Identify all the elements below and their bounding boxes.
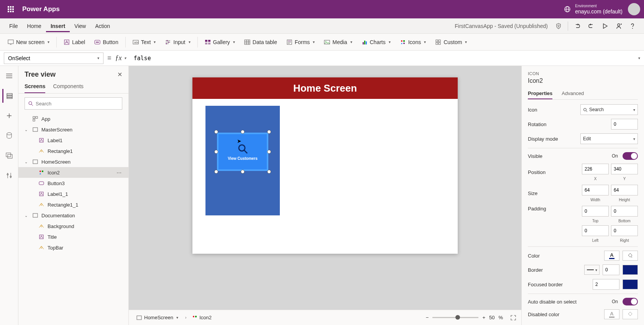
chevron-down-icon[interactable]: ⌄ [25,213,29,218]
button-button[interactable]: Button [90,37,122,48]
custom-button[interactable]: Custom▾ [431,37,471,48]
property-selector[interactable]: OnSelect ▾ [4,53,104,64]
chevron-down-icon[interactable]: ⌄ [25,128,29,132]
tree-search[interactable] [25,97,122,110]
border-color-picker[interactable] [623,265,638,275]
play-icon[interactable] [598,19,612,33]
input-button[interactable]: Input▾ [161,37,194,48]
tab-screens[interactable]: Screens [25,80,45,93]
menu-action[interactable]: Action [90,20,115,32]
tree-homescreen[interactable]: ⌄HomeScreen [18,156,128,167]
autodisable-value: On [612,299,618,304]
padding-left-input[interactable] [582,225,609,236]
menu-file[interactable]: File [5,20,23,32]
tree-background[interactable]: Background [18,221,128,231]
tab-properties[interactable]: Properties [528,88,552,99]
zoom-out-icon[interactable]: − [426,315,429,320]
autodisable-toggle[interactable] [623,298,638,305]
tree-icon2[interactable]: Icon2⋯ [18,167,128,178]
height-input[interactable] [611,185,638,195]
tree-view-icon[interactable] [2,89,16,103]
chevron-down-icon[interactable]: ⌄ [25,160,29,164]
tree-label1-1[interactable]: Label1_1 [18,189,128,199]
icon2-selected[interactable]: View Customers ➤ [217,133,268,171]
zoom-in-icon[interactable]: + [482,315,485,320]
data-icon[interactable] [2,129,16,143]
displaymode-select[interactable]: Edit▾ [580,133,638,144]
fill-picker[interactable] [623,251,638,261]
padding-right-input[interactable] [611,225,638,236]
tree-app[interactable]: App [18,113,128,124]
svg-point-72 [39,171,41,172]
padding-bottom-input[interactable] [611,206,638,217]
advanced-tools-icon[interactable] [2,169,16,182]
disabledfill-picker[interactable] [623,309,638,319]
color-picker[interactable]: A [604,251,619,261]
formula-input[interactable] [130,53,634,64]
tree-item-label: Rectangle1_1 [48,202,78,208]
breadcrumb-icon2[interactable]: Icon2 [190,314,214,321]
tree-search-input[interactable] [36,101,119,107]
tree-button3[interactable]: Button3 [18,178,128,189]
position-x-input[interactable] [582,164,609,174]
tree-title[interactable]: Title [18,231,128,242]
focusedborder-input[interactable] [593,279,619,290]
app-checker-icon[interactable] [552,19,565,33]
canvas[interactable]: Home Screen View Customers ➤ [192,77,458,254]
forms-button[interactable]: Forms▾ [283,37,319,48]
text-button[interactable]: abcText▾ [129,37,160,48]
new-screen-button[interactable]: New screen▾ [4,37,53,48]
border-style-select[interactable]: ▾ [584,265,600,275]
fx-icon[interactable]: ƒx▾ [115,54,126,62]
svg-rect-58 [8,154,12,158]
redo-icon[interactable] [584,19,598,33]
visible-toggle[interactable] [623,152,638,160]
disabledcolor-picker[interactable]: A [604,309,619,319]
canvas-area: Home Screen View Customers ➤ HomeScreen▾… [129,66,521,325]
more-icon[interactable]: ⋯ [117,170,122,176]
app-launcher-icon[interactable] [4,2,18,16]
menu-home[interactable]: Home [23,20,46,32]
tree-rectangle1-1[interactable]: Rectangle1_1 [18,199,128,210]
svg-rect-51 [7,94,12,95]
tree-masterscreen[interactable]: ⌄MasterScreen [18,124,128,135]
position-y-input[interactable] [611,164,638,174]
padding-top-input[interactable] [582,206,609,217]
focusedborder-color-picker[interactable] [623,279,638,289]
tree-documentation[interactable]: ⌄Documentation [18,210,128,221]
share-icon[interactable] [612,19,626,33]
menu-insert[interactable]: Insert [46,20,70,32]
datatable-button[interactable]: Data table [240,37,281,48]
environment-icon[interactable]: Environment enayu.com (default) [564,4,623,15]
border-width-input[interactable] [603,264,619,275]
tree-topbar[interactable]: TopBar [18,242,128,253]
media-rail-icon[interactable] [2,149,16,162]
width-input[interactable] [582,185,609,195]
zoom-slider[interactable] [432,317,478,318]
tab-advanced[interactable]: Advanced [562,88,584,99]
icon-select[interactable]: Search▾ [580,104,638,115]
rotation-input[interactable] [611,119,638,130]
icons-button[interactable]: Icons▾ [396,37,430,48]
menu-view[interactable]: View [70,20,90,32]
media-button[interactable]: Media▾ [320,37,356,48]
charts-button[interactable]: Charts▾ [358,37,394,48]
chevron-down-icon: ▾ [97,56,99,60]
avatar[interactable] [628,3,640,15]
undo-icon[interactable] [570,19,584,33]
tab-components[interactable]: Components [53,80,83,93]
fit-icon[interactable] [511,315,516,320]
tree-label1[interactable]: Label1 [18,135,128,146]
size-label: Size [528,190,579,196]
gallery-button[interactable]: Gallery▾ [201,37,239,48]
close-icon[interactable]: ✕ [117,71,122,78]
label-button[interactable]: Label [60,37,89,48]
tree-rectangle1[interactable]: Rectangle1 [18,146,128,156]
add-icon[interactable] [2,109,16,123]
hamburger-icon[interactable] [2,69,16,83]
icon-value: Search [589,107,604,112]
breadcrumb-homescreen[interactable]: HomeScreen▾ [134,314,181,321]
property-value: OnSelect [8,55,30,61]
help-icon[interactable] [626,19,639,33]
expand-formula-icon[interactable]: ▾ [638,56,640,60]
